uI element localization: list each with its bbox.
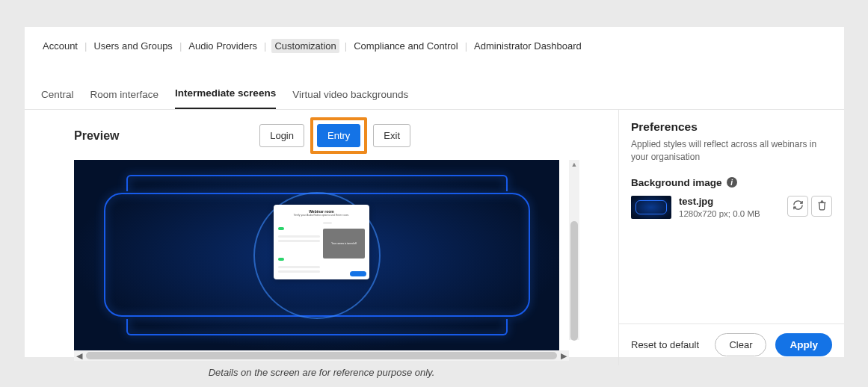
vertical-scrollbar[interactable]: ▲ (569, 160, 579, 340)
entry-highlight: Entry (310, 117, 367, 154)
horizontal-scrollbar[interactable]: ◀ ▶ (74, 350, 569, 361)
sub-tabs: Central Room interface Intermediate scre… (25, 66, 844, 110)
topnav-users-groups[interactable]: Users and Groups (92, 39, 174, 53)
tab-virtual-backgrounds[interactable]: Virtual video backgrounds (292, 89, 408, 109)
background-file-name: test.jpg (679, 196, 780, 207)
settings-card: Account | Users and Groups | Audio Provi… (25, 27, 844, 357)
info-icon[interactable]: i (727, 177, 737, 188)
background-file-meta: 1280x720 px; 0.0 MB (679, 209, 780, 218)
tab-central[interactable]: Central (41, 89, 74, 109)
segment-entry-button[interactable]: Entry (317, 124, 360, 147)
preview-title: Preview (74, 129, 119, 143)
preview-stage: Webinar room Verify your Audio/Video opt… (74, 160, 559, 350)
preview-note: Details on the screen are for reference … (25, 367, 618, 378)
screen-segment-control: Login Entry Exit (259, 117, 410, 154)
topnav-account[interactable]: Account (41, 39, 79, 53)
refresh-icon (792, 199, 804, 213)
preferences-footer: Reset to default Clear Apply (619, 323, 844, 365)
reset-to-default-link[interactable]: Reset to default (631, 339, 699, 350)
background-file-row: test.jpg 1280x720 px; 0.0 MB (631, 196, 832, 219)
preferences-title: Preferences (631, 120, 832, 134)
background-thumbnail (631, 196, 671, 219)
segment-exit-button[interactable]: Exit (373, 124, 410, 147)
topnav-customization[interactable]: Customization (271, 39, 339, 53)
preview-panel: Preview Login Entry Exit (25, 110, 618, 378)
preferences-panel: Preferences Applied styles will reflect … (618, 110, 844, 365)
topnav-compliance[interactable]: Compliance and Control (352, 39, 459, 53)
tab-intermediate-screens[interactable]: Intermediate screens (175, 87, 276, 109)
apply-button[interactable]: Apply (775, 333, 832, 356)
segment-login-button[interactable]: Login (259, 124, 304, 147)
entry-dialog-mockup: Webinar room Verify your Audio/Video opt… (274, 205, 369, 279)
scroll-right-arrow-icon[interactable]: ▶ (558, 351, 569, 361)
trash-icon (816, 199, 828, 213)
delete-button[interactable] (811, 196, 832, 217)
preview-viewer: Webinar room Verify your Audio/Video opt… (74, 160, 569, 350)
replace-button[interactable] (787, 196, 808, 217)
tab-room-interface[interactable]: Room interface (90, 89, 159, 109)
clear-button[interactable]: Clear (715, 333, 766, 356)
topnav-audio-providers[interactable]: Audio Providers (187, 39, 259, 53)
top-nav: Account | Users and Groups | Audio Provi… (25, 27, 844, 66)
background-image-label: Background image (631, 177, 722, 188)
scroll-left-arrow-icon[interactable]: ◀ (74, 351, 84, 361)
topnav-admin-dashboard[interactable]: Administrator Dashboard (473, 39, 583, 53)
preferences-description: Applied styles will reflect across all w… (631, 138, 832, 164)
